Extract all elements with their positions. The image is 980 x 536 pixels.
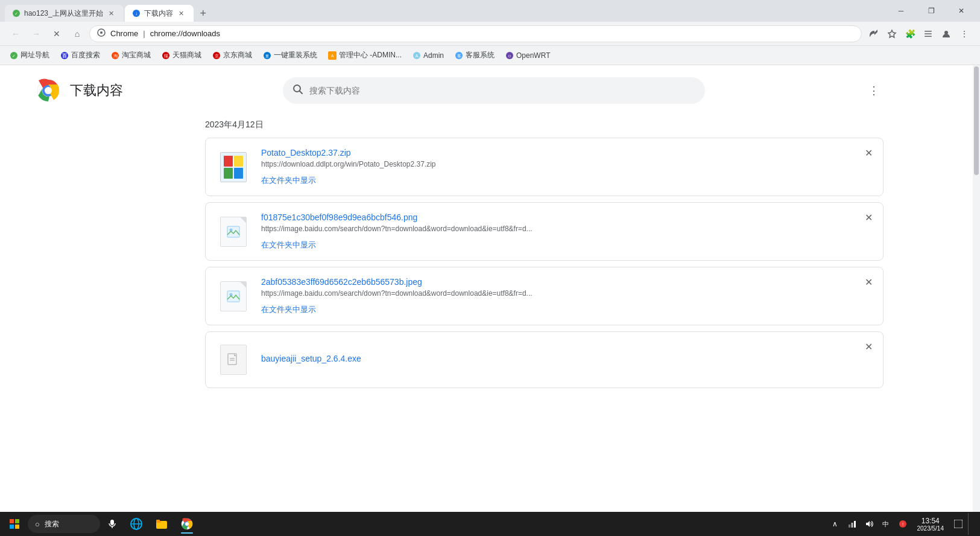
bookmark-admin2[interactable]: A Admin: [408, 50, 449, 61]
remove-btn-2[interactable]: ✕: [861, 210, 876, 225]
download-item-2: f01875e1c30bef0f98e9d9ea6bcbf546.png htt…: [205, 202, 884, 261]
restore-icon: ❐: [928, 7, 935, 15]
remove-btn-1[interactable]: ✕: [861, 145, 876, 160]
svg-point-5: [100, 31, 103, 34]
sidebar-toggle-btn[interactable]: [920, 25, 937, 42]
download-action-1[interactable]: 在文件夹中显示: [261, 175, 316, 186]
tray-chevron[interactable]: ∧: [828, 513, 842, 535]
bookmark-admin2-label: Admin: [423, 51, 444, 60]
taskbar-search-text: 搜索: [45, 519, 59, 529]
tray-clock[interactable]: 13:54 2023/5/14: [912, 513, 949, 535]
taskbar-app-explorer[interactable]: [150, 513, 174, 535]
minimize-btn[interactable]: ─: [887, 0, 915, 22]
zip-file-icon: [220, 152, 247, 182]
download-filename-3[interactable]: 2abf05383e3ff69d6562c2eb6b56573b.jpeg: [261, 277, 873, 287]
bookmarks-bar: ✓ 网址导航 百 百度搜索 淘 淘宝商城 猫 天猫商城 京 京东商城 重 一键重…: [0, 46, 980, 65]
bookmark-baidu[interactable]: 百 百度搜索: [55, 49, 105, 62]
remove-btn-3[interactable]: ✕: [861, 275, 876, 289]
svg-rect-55: [851, 523, 853, 528]
svg-text:O: O: [508, 54, 511, 58]
taskbar-app-chrome[interactable]: [175, 513, 199, 535]
svg-rect-50: [156, 520, 160, 522]
forward-btn[interactable]: →: [28, 25, 45, 42]
download-action-2[interactable]: 在文件夹中显示: [261, 240, 316, 250]
bookmark-openwrt[interactable]: O OpenWRT: [501, 50, 555, 61]
svg-rect-42: [230, 360, 235, 361]
svg-rect-54: [849, 525, 850, 528]
svg-text:京: 京: [215, 54, 219, 58]
tray-virus-red[interactable]: !: [896, 513, 910, 535]
tab1-favicon: ✓: [12, 9, 21, 18]
svg-rect-43: [110, 520, 114, 525]
download-filename-4[interactable]: bauyieajii_setup_2.6.4.exe: [261, 354, 873, 363]
show-desktop-btn[interactable]: [968, 513, 973, 535]
address-bar[interactable]: Chrome | chrome://downloads: [89, 25, 862, 42]
remove-btn-4[interactable]: ✕: [861, 339, 876, 354]
toolbar: ← → ✕ ⌂ Chrome | chrome://downloads 🧩 ⋮: [0, 22, 980, 46]
tab1-close-btn[interactable]: ✕: [107, 8, 116, 18]
extensions-btn[interactable]: 🧩: [902, 25, 918, 42]
svg-rect-41: [230, 358, 235, 359]
bookmark-admin-label: 管理中心 -ADMIN...: [339, 50, 402, 60]
bookmark-jingdong[interactable]: 京 京东商城: [207, 49, 257, 62]
share-btn[interactable]: [865, 25, 882, 42]
downloads-list: 2023年4月12日 Potato_Desktop2.37.zip https:: [0, 110, 980, 512]
download-info-1: Potato_Desktop2.37.zip https://download.…: [261, 148, 873, 186]
new-tab-btn[interactable]: +: [195, 5, 212, 22]
bookmark-kefu-favicon: 客: [455, 51, 463, 60]
tab-downloads[interactable]: ↓ 下载内容 ✕: [125, 5, 194, 22]
more-options-btn[interactable]: ⋮: [956, 25, 973, 42]
taskbar-search[interactable]: ○ 搜索: [28, 515, 100, 533]
svg-rect-8: [925, 33, 932, 34]
bookmark-tianmao-label: 天猫商城: [172, 50, 201, 60]
taskbar-app-ie[interactable]: [124, 513, 148, 535]
bookmark-kefu[interactable]: 客 客服系统: [450, 49, 499, 62]
bookmark-reinstall-favicon: 重: [263, 51, 271, 60]
profile-btn[interactable]: [938, 25, 955, 42]
svg-text:A: A: [416, 54, 419, 58]
downloads-more-btn[interactable]: ⋮: [864, 81, 884, 100]
download-url-2: https://image.baidu.com/search/down?tn=d…: [261, 225, 623, 233]
bookmark-jingdong-label: 京东商城: [223, 50, 252, 60]
chrome-logo: [36, 78, 60, 103]
reload-btn[interactable]: ✕: [48, 25, 65, 42]
search-box[interactable]: [283, 77, 705, 104]
tray-time: 13:54: [922, 517, 940, 525]
home-btn[interactable]: ⌂: [69, 25, 86, 42]
bookmark-wangzhi[interactable]: ✓ 网址导航: [5, 49, 54, 62]
bookmark-admin[interactable]: A 管理中心 -ADMIN...: [323, 49, 406, 62]
bookmark-admin2-favicon: A: [413, 51, 421, 60]
svg-marker-6: [888, 30, 896, 37]
svg-text:✓: ✓: [14, 11, 18, 16]
tray-lang[interactable]: 中: [879, 513, 893, 535]
download-action-3[interactable]: 在文件夹中显示: [261, 304, 316, 315]
bookmark-btn[interactable]: [884, 25, 900, 42]
page-title: 下载内容: [70, 81, 123, 100]
bookmark-reinstall[interactable]: 重 一键重装系统: [258, 49, 322, 62]
tab-hao123[interactable]: ✓ hao123_上网从这里开始 ✕: [5, 5, 124, 22]
jpeg-file-icon: [220, 281, 247, 311]
download-icon-png: [215, 214, 251, 250]
download-filename-2[interactable]: f01875e1c30bef0f98e9d9ea6bcbf546.png: [261, 212, 873, 222]
svg-text:百: 百: [62, 53, 67, 59]
search-input[interactable]: [309, 86, 695, 95]
bookmark-reinstall-label: 一键重装系统: [274, 50, 317, 60]
date-header: 2023年4月12日: [205, 110, 884, 138]
tab2-close-btn[interactable]: ✕: [177, 8, 186, 18]
bookmark-taobao[interactable]: 淘 淘宝商城: [106, 49, 156, 62]
scrollbar-thumb[interactable]: [974, 66, 979, 175]
tray-network[interactable]: [845, 513, 859, 535]
tray-notifications[interactable]: [951, 513, 966, 535]
restore-btn[interactable]: ❐: [917, 0, 945, 22]
bookmark-baidu-favicon: 百: [60, 51, 69, 60]
tray-volume[interactable]: [862, 513, 876, 535]
svg-text:重: 重: [265, 54, 269, 58]
taskbar-mic-btn[interactable]: [101, 513, 123, 535]
download-filename-1[interactable]: Potato_Desktop2.37.zip: [261, 148, 873, 158]
scrollbar[interactable]: [973, 65, 980, 512]
site-info-icon[interactable]: [97, 28, 106, 39]
back-btn[interactable]: ←: [7, 25, 24, 42]
start-btn[interactable]: [2, 513, 27, 535]
bookmark-tianmao[interactable]: 猫 天猫商城: [157, 49, 206, 62]
close-btn[interactable]: ✕: [947, 0, 975, 22]
